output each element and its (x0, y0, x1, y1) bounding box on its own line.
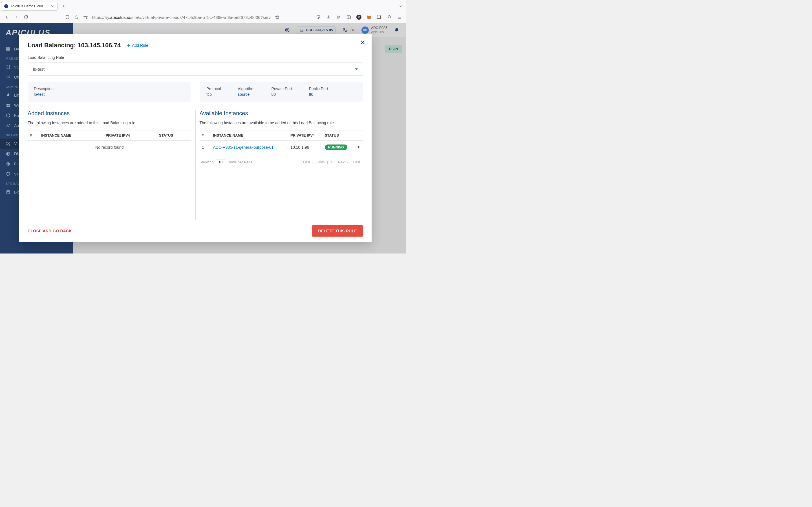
pg-prev[interactable]: ‹ Prev (315, 160, 325, 164)
pagination: Showing Rows per Page ‹ First| ‹ Prev| 1… (200, 159, 363, 165)
rule-select[interactable]: lb-test (28, 62, 363, 76)
svg-line-9 (339, 16, 340, 19)
divider (195, 110, 196, 220)
showing-label: Showing (200, 160, 214, 164)
algorithm-label: Algorithm (238, 87, 254, 91)
table-row: 1 ADC-R335-11-general-purpose-01 10.10.1… (200, 140, 363, 154)
instance-link[interactable]: ADC-R335-11-general-purpose-01 (213, 145, 274, 150)
load-balancing-modal: Load Balancing: 103.145.166.74 Add Rule … (19, 34, 371, 242)
url-suffix: /site/#/virtual-private-clouds/47c4c9be-… (130, 15, 271, 20)
modal-close-icon[interactable] (360, 40, 365, 46)
pg-first[interactable]: ‹ First (301, 160, 310, 164)
public-port-value: 80 (309, 92, 328, 97)
svg-rect-0 (75, 17, 78, 18)
add-rule-label: Add Rule (132, 43, 148, 48)
download-icon[interactable] (326, 15, 331, 20)
available-instances: Available Instances The following Instan… (200, 110, 363, 220)
reader-icon[interactable] (346, 15, 351, 20)
added-instances: Added Instances The following Instances … (28, 110, 192, 220)
rule-field-label: Load Balancing Rule (28, 55, 363, 60)
avail-col-name: INSTANCE NAME (211, 130, 289, 140)
available-table: # INSTANCE NAME PRIVATE IPV4 STATUS 1 AD… (200, 130, 363, 154)
close-tab-icon[interactable]: ✕ (50, 4, 54, 8)
added-col-ip: PRIVATE IPV4 (103, 130, 157, 140)
chevron-down-icon (355, 68, 358, 70)
pg-last[interactable]: Last › (353, 160, 362, 164)
public-port-label: Public Port (309, 87, 328, 91)
reload-icon[interactable] (23, 14, 29, 20)
private-port-label: Private Port (271, 87, 292, 91)
add-instance-icon[interactable]: + (357, 144, 360, 150)
row-num: 1 (200, 140, 211, 154)
delete-rule-button[interactable]: DELETE THIS RULE (312, 225, 363, 237)
svg-point-1 (84, 16, 85, 17)
protocol-label: Protocol (206, 87, 221, 91)
added-table: # INSTANCE NAME PRIVATE IPV4 STATUS (28, 130, 192, 140)
pg-next[interactable]: Next › (338, 160, 348, 164)
rule-details-card: Protocoltcp Algorithmsource Private Port… (200, 82, 363, 102)
available-title: Available Instances (200, 110, 363, 117)
no-record-text: No record found (28, 140, 192, 154)
desc-label: Description (34, 87, 185, 91)
svg-rect-13 (378, 16, 380, 18)
added-col-name: INSTANCE NAME (39, 130, 103, 140)
svg-rect-10 (347, 16, 350, 19)
avail-col-num: # (200, 130, 211, 140)
rule-info-row: Description lb-test Protocoltcp Algorith… (28, 82, 363, 102)
pocket-icon[interactable] (316, 15, 321, 20)
available-desc: The following Instances are available to… (200, 121, 363, 125)
bookmark-star-icon[interactable] (274, 15, 280, 20)
browser-tab[interactable]: Apiculus Demo Cloud ✕ (1, 2, 57, 11)
library-icon[interactable] (336, 15, 341, 20)
rows-per-page-label: Rows per Page (227, 160, 253, 164)
url-host: apiculus.io (110, 15, 130, 20)
rule-selected-value: lb-test (33, 67, 45, 71)
screenshot-icon[interactable] (377, 15, 382, 20)
url-text[interactable]: https://try.apiculus.io/site/#/virtual-p… (92, 15, 271, 20)
modal-footer: CLOSE AND GO BACK DELETE THIS RULE (28, 220, 363, 237)
new-tab-button[interactable]: + (60, 2, 68, 10)
added-desc: The following Instances are added to thi… (28, 121, 192, 125)
settings-toggle-icon[interactable] (83, 15, 88, 20)
url-prefix: https://try. (92, 15, 110, 20)
extensions-icon[interactable] (387, 15, 392, 20)
modal-header: Load Balancing: 103.145.166.74 Add Rule (28, 42, 363, 49)
forward-icon (13, 14, 19, 20)
status-badge: RUNNING (325, 145, 347, 150)
address-bar: https://try.apiculus.io/site/#/virtual-p… (0, 11, 406, 23)
svg-point-3 (86, 18, 87, 18)
svg-marker-12 (367, 15, 371, 19)
desc-value: lb-test (34, 92, 185, 97)
metamask-icon[interactable] (366, 15, 371, 20)
row-ip: 10.10.1.96 (288, 140, 322, 154)
lock-icon[interactable] (74, 15, 79, 20)
tab-title: Apiculus Demo Cloud (10, 4, 48, 8)
added-col-status: STATUS (157, 130, 191, 140)
favicon-icon (4, 4, 8, 8)
added-title: Added Instances (28, 110, 192, 117)
rows-per-page-input[interactable] (216, 159, 225, 165)
pg-page: 1 (331, 160, 333, 164)
tabs-dropdown-icon[interactable] (398, 4, 403, 9)
browser-chrome: Apiculus Demo Cloud ✕ + https://try.api (0, 0, 406, 23)
shield-icon[interactable] (65, 15, 70, 20)
avail-col-status: STATUS (322, 130, 355, 140)
avail-col-ip: PRIVATE IPV4 (288, 130, 322, 140)
description-card: Description lb-test (28, 82, 191, 102)
modal-title: Load Balancing: 103.145.166.74 (28, 42, 121, 49)
back-icon[interactable] (4, 14, 10, 20)
close-and-go-back[interactable]: CLOSE AND GO BACK (28, 229, 72, 233)
add-rule-button[interactable]: Add Rule (126, 43, 148, 48)
instances-row: Added Instances The following Instances … (28, 110, 363, 220)
browser-right-icons: K (316, 15, 402, 20)
extension-k-icon[interactable]: K (356, 15, 361, 20)
added-col-num: # (28, 130, 39, 140)
svg-marker-5 (275, 15, 279, 19)
menu-icon[interactable] (397, 15, 402, 20)
protocol-value: tcp (206, 92, 221, 97)
private-port-value: 80 (271, 92, 292, 97)
algorithm-value: source (238, 92, 254, 97)
tab-bar: Apiculus Demo Cloud ✕ + (0, 0, 406, 11)
